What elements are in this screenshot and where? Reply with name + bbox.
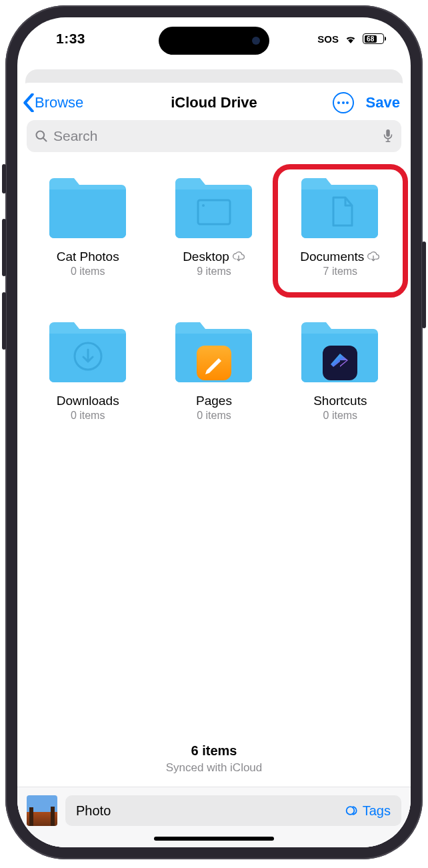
summary: 6 items Synced with iCloud (17, 743, 411, 787)
chevron-left-icon (23, 93, 35, 112)
microphone-icon[interactable] (383, 129, 393, 143)
screen: 1:33 SOS 68 Browse iCloud Drive Save (17, 17, 411, 847)
folder-shortcuts[interactable]: Shortcuts0 items (282, 318, 399, 422)
folder-icon (44, 318, 132, 390)
folder-name: Documents (300, 250, 364, 264)
tags-button[interactable]: Tags (345, 803, 391, 819)
file-thumbnail[interactable] (27, 795, 57, 826)
folder-item-count: 0 items (323, 410, 358, 422)
folder-pages[interactable]: Pages0 items (155, 318, 272, 422)
folder-icon (170, 173, 258, 246)
svg-point-4 (202, 204, 205, 207)
folder-cat-photos[interactable]: Cat Photos0 items (29, 173, 146, 278)
more-button[interactable] (333, 92, 354, 113)
wifi-icon (344, 34, 357, 43)
folder-icon (296, 173, 384, 246)
folder-grid: Cat Photos0 itemsDesktop9 itemsDocuments… (17, 156, 411, 422)
status-time: 1:33 (56, 31, 85, 47)
folder-name: Shortcuts (313, 394, 367, 408)
folder-item-count: 0 items (71, 410, 105, 422)
folder-item-count: 0 items (71, 266, 105, 278)
folder-name: Downloads (57, 394, 119, 408)
folder-documents[interactable]: Documents7 items (282, 173, 399, 278)
iphone-frame: 1:33 SOS 68 Browse iCloud Drive Save (5, 5, 423, 859)
status-sos: SOS (317, 33, 339, 45)
filename-row: Photo Tags (65, 795, 401, 826)
folder-icon (44, 173, 132, 246)
folder-name: Pages (196, 394, 232, 408)
cloud-download-icon (367, 251, 380, 263)
back-button[interactable]: Browse (23, 93, 83, 112)
folder-item-count: 0 items (197, 410, 231, 422)
search-field[interactable] (27, 120, 401, 152)
folder-name: Desktop (183, 250, 229, 264)
folder-name: Cat Photos (57, 250, 119, 264)
folder-downloads[interactable]: Downloads0 items (29, 318, 146, 422)
folder-item-count: 7 items (323, 266, 358, 278)
home-indicator[interactable] (154, 837, 274, 841)
battery-icon: 68 (363, 33, 384, 44)
folder-item-count: 9 items (197, 266, 231, 278)
folder-desktop[interactable]: Desktop9 items (155, 173, 272, 278)
dynamic-island (159, 27, 269, 55)
nav-bar: Browse iCloud Drive Save (17, 83, 411, 120)
tag-icon (345, 804, 359, 817)
svg-point-6 (346, 807, 354, 815)
save-button[interactable]: Save (366, 94, 400, 111)
back-label: Browse (35, 94, 83, 111)
sync-status: Synced with iCloud (17, 761, 411, 775)
cloud-download-icon (232, 251, 245, 263)
folder-icon (296, 318, 384, 390)
shortcuts-app-icon (323, 346, 357, 380)
svg-rect-2 (386, 129, 390, 137)
filename-field[interactable]: Photo (76, 803, 111, 819)
pages-app-icon (197, 346, 231, 380)
svg-line-1 (43, 138, 47, 141)
folder-icon (170, 318, 258, 390)
tags-label: Tags (363, 803, 391, 819)
item-count: 6 items (17, 743, 411, 759)
save-sheet: Browse iCloud Drive Save Cat Photos0 ite… (17, 83, 411, 847)
search-input[interactable] (53, 128, 377, 144)
search-icon (35, 129, 48, 143)
